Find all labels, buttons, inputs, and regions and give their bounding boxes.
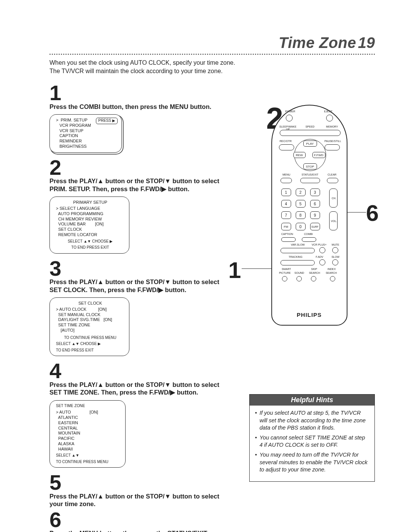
osd-screen-1: PRESS ▶ > PRIM. SETUP VCR PROGRAM VCR SE… <box>49 114 122 153</box>
bottom-btn-3 <box>311 276 316 281</box>
index-label: INDEX <box>326 268 338 270</box>
memory-label: MEMORY <box>325 125 340 128</box>
speed-label: SPEED <box>303 125 318 128</box>
bottom-btn-2 <box>296 276 302 281</box>
divider <box>49 54 375 55</box>
page-header: Time Zone 19 <box>49 34 375 51</box>
step-number: 4 <box>49 361 232 380</box>
hint-item: You cannot select SET TIME ZONE at step … <box>260 434 369 449</box>
step-number: 1 <box>49 83 232 102</box>
step-3-text: Press the PLAY/▲ button or the STOP/▼ bu… <box>49 278 232 294</box>
fm-button: FM <box>281 223 291 230</box>
remote-diagram: 2-5 6 1 POWER EJECT SLEEP/WA <box>244 105 375 326</box>
picture-label: PICTURE <box>278 272 292 274</box>
clear-label: CLEAR <box>325 173 340 176</box>
num-6: 6 <box>310 200 320 208</box>
hint-item: You may need to turn off the TV/VCR for … <box>260 451 369 474</box>
slow-button <box>332 259 338 265</box>
intro-line: The TV/VCR will maintain the clock accor… <box>49 67 263 75</box>
helpful-hints-box: Helpful Hints If you select AUTO at step… <box>249 394 375 482</box>
osd-screen-4: SET TIME ZONE > AUTO [ON] ATLANTIC EASTE… <box>49 400 126 468</box>
hints-title: Helpful Hints <box>250 395 374 406</box>
num-4: 4 <box>281 200 291 208</box>
rec-label: REC/OTR <box>278 140 293 142</box>
slow-label: SLOW <box>330 256 341 258</box>
pause-button <box>325 144 340 150</box>
bottom-btn-1 <box>282 276 287 281</box>
sound-label: SOUND <box>293 272 306 274</box>
smart-label: SMART <box>280 268 293 270</box>
stop-button: STOP <box>303 163 317 169</box>
varslow-pill <box>280 248 315 253</box>
step-4-text: Press the PLAY/▲ button or the STOP/▼ bu… <box>49 381 232 396</box>
fadv-label: F.ADV <box>314 256 325 258</box>
step-1-text: Press the COMBI button, then press the M… <box>49 103 232 111</box>
osd-screen-3: SET CLOCK > AUTO CLOCK [ON] SET MANUAL C… <box>49 297 129 356</box>
clear-button <box>327 178 338 183</box>
eject-button <box>326 115 333 121</box>
hint-item: If you select AUTO at step 5, the TV/VCR… <box>260 409 369 432</box>
num-3: 3 <box>310 189 320 196</box>
vol-label: VOL. <box>328 220 340 222</box>
menu-label: MENU <box>279 173 294 176</box>
steps-column: 1 Press the COMBI button, then press the… <box>49 82 232 532</box>
page-number: 19 <box>358 34 375 51</box>
pause-label: PAUSE/STILL <box>324 140 342 142</box>
combi-label: COMBI <box>301 233 316 235</box>
power-label: POWER <box>283 110 298 113</box>
press-indicator: PRESS ▶ <box>96 118 118 124</box>
surf-button: SURF <box>310 223 320 230</box>
caption-button <box>281 237 296 242</box>
osd-screen-2: PRIMARY SETUP > SELECT LANGUAGE AUTO PRO… <box>49 197 129 253</box>
num-8: 8 <box>296 211 306 219</box>
tracking-label: TRACKING <box>287 256 304 258</box>
varslow-label: VAR.SLOW <box>290 243 306 246</box>
step-2-text: Press the PLAY/▲ button or the STOP/▼ bu… <box>49 177 232 193</box>
fadv-button <box>319 259 325 265</box>
combi-button <box>302 237 316 242</box>
step-number: 3 <box>49 259 232 278</box>
num-0: 0 <box>296 223 306 230</box>
brand-logo: PHILIPS <box>272 312 347 318</box>
num-9: 9 <box>310 211 320 219</box>
mute-label: MUTE <box>330 243 341 246</box>
callout-1: 1 <box>228 257 241 283</box>
step-number: 6 <box>49 510 232 529</box>
step-5-text: Press the PLAY/▲ button or the STOP/▼ bu… <box>49 492 232 508</box>
status-button <box>300 178 320 183</box>
ch-label: CH. <box>328 197 340 200</box>
page-title: Time Zone <box>279 34 356 51</box>
num-2: 2 <box>296 189 306 196</box>
status-label: STATUS/EXIT <box>299 173 321 176</box>
search-label: SEARCH <box>308 272 322 274</box>
caption-label: CAPTION <box>280 233 295 235</box>
step-6-text: Press the MENU button, then press the ST… <box>49 529 232 532</box>
num-5: 5 <box>296 200 306 208</box>
power-button <box>286 115 293 121</box>
step-number: 2 <box>49 158 232 177</box>
rec-button <box>279 144 294 150</box>
mute-button <box>332 247 338 253</box>
intro-line: When you set the clock using AUTO CLOCK,… <box>49 59 263 67</box>
intro-text: When you set the clock using AUTO CLOCK,… <box>49 59 263 75</box>
skip-label: SKIP <box>309 268 320 270</box>
eject-label: EJECT <box>321 110 336 113</box>
callout-6: 6 <box>366 200 379 226</box>
step-number: 5 <box>49 473 232 492</box>
num-7: 7 <box>281 211 291 219</box>
row2-pill <box>280 130 341 136</box>
menu-button <box>280 178 292 183</box>
rew-button: REW <box>293 152 306 158</box>
vcrplus-button <box>319 247 325 253</box>
search2-label: SEARCH <box>325 272 338 274</box>
tracking-pill <box>280 260 315 265</box>
ffwd-button: F.FWD <box>312 152 325 158</box>
play-button: PLAY <box>303 141 317 147</box>
num-1: 1 <box>281 189 291 196</box>
vcrplus-label: VCR PLUS+ <box>311 243 328 246</box>
remote-body: POWER EJECT SLEEP/WAKE UP SPEED MEMORY R… <box>271 105 347 326</box>
bottom-btn-4 <box>330 276 335 281</box>
